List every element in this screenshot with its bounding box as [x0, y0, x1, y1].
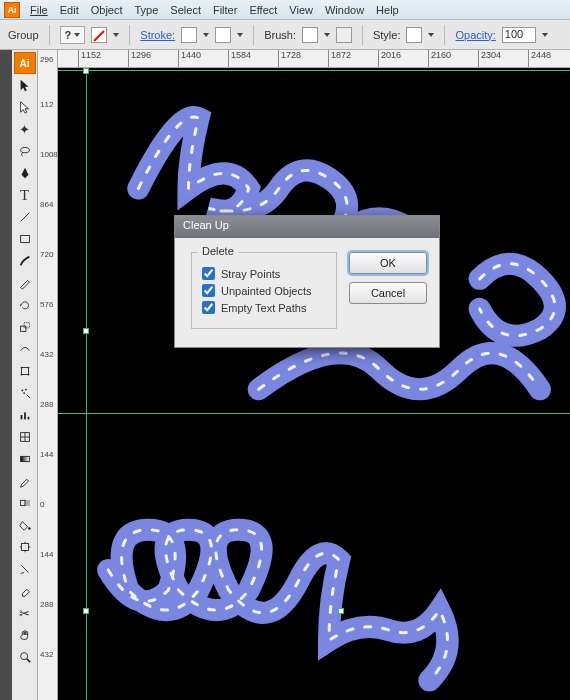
scissors-tool[interactable]: ✂: [14, 602, 36, 624]
option-unpainted-objects[interactable]: Unpainted Objects: [202, 284, 326, 297]
selection-handle[interactable]: [83, 68, 89, 74]
svg-line-1: [20, 213, 29, 222]
eraser-tool[interactable]: [14, 580, 36, 602]
type-tool[interactable]: T: [14, 184, 36, 206]
direct-selection-tool[interactable]: [14, 96, 36, 118]
svg-point-0: [20, 148, 29, 153]
column-graph-tool[interactable]: [14, 404, 36, 426]
opacity-input[interactable]: 100: [502, 27, 536, 43]
checkbox-unpainted-objects[interactable]: [202, 284, 215, 297]
mesh-tool[interactable]: [14, 426, 36, 448]
canvas-area: 1152 1296 1440 1584 1728 1872 2016 2160 …: [58, 50, 570, 700]
blend-tool[interactable]: [14, 492, 36, 514]
style-label: Style:: [373, 29, 401, 41]
brush-swatch[interactable]: [302, 27, 318, 43]
warp-tool[interactable]: [14, 338, 36, 360]
menu-window[interactable]: Window: [325, 4, 364, 16]
selection-edge-mid: [58, 413, 570, 414]
paintbrush-tool[interactable]: [14, 250, 36, 272]
pencil-tool[interactable]: [14, 272, 36, 294]
selection-tool[interactable]: [14, 74, 36, 96]
selection-handle[interactable]: [338, 608, 344, 614]
zoom-tool[interactable]: [14, 646, 36, 668]
control-bar: Group ? Stroke: Brush: Style: Opacity: 1…: [0, 20, 570, 50]
svg-rect-13: [20, 415, 22, 419]
panel-dock-strip[interactable]: [0, 50, 12, 700]
cleanup-dialog: Clean Up Delete Stray Points Unpainted O…: [174, 215, 440, 348]
svg-rect-4: [24, 323, 29, 328]
hand-tool[interactable]: [14, 624, 36, 646]
pen-tool[interactable]: [14, 162, 36, 184]
svg-point-12: [23, 392, 25, 394]
dialog-title: Clean Up: [175, 216, 439, 238]
eyedropper-tool[interactable]: [14, 470, 36, 492]
opacity-label: Opacity:: [455, 29, 495, 41]
gradient-tool[interactable]: [14, 448, 36, 470]
svg-point-8: [20, 374, 22, 376]
scale-tool[interactable]: [14, 316, 36, 338]
brush-options-icon[interactable]: [336, 27, 352, 43]
fill-none-icon[interactable]: [91, 27, 107, 43]
selection-handle[interactable]: [83, 328, 89, 334]
svg-point-22: [28, 527, 31, 530]
selection-label: Group: [8, 29, 39, 41]
menu-edit[interactable]: Edit: [60, 4, 79, 16]
svg-rect-14: [24, 412, 26, 419]
delete-group: Delete Stray Points Unpainted Objects Em…: [191, 252, 337, 329]
stroke-label: Stroke:: [140, 29, 175, 41]
cancel-button[interactable]: Cancel: [349, 282, 427, 304]
svg-rect-23: [21, 544, 28, 551]
option-empty-text-paths[interactable]: Empty Text Paths: [202, 301, 326, 314]
svg-line-25: [26, 659, 30, 663]
style-swatch[interactable]: [406, 27, 422, 43]
canvas[interactable]: [58, 68, 570, 700]
horizontal-ruler: 1152 1296 1440 1584 1728 1872 2016 2160 …: [58, 50, 570, 68]
svg-rect-15: [27, 417, 29, 420]
app-badge: Ai: [14, 52, 36, 74]
menu-type[interactable]: Type: [135, 4, 159, 16]
free-transform-tool[interactable]: [14, 360, 36, 382]
selection-edge-left: [86, 68, 87, 700]
vertical-ruler: 296 112 1008 864 720 576 432 288 144 0 1…: [38, 50, 58, 700]
menu-file[interactable]: File: [30, 4, 48, 16]
menu-help[interactable]: Help: [376, 4, 399, 16]
group-legend: Delete: [198, 245, 238, 257]
svg-point-6: [20, 367, 22, 369]
svg-point-11: [25, 389, 27, 391]
svg-point-24: [20, 653, 27, 660]
live-paint-selection-tool[interactable]: [14, 536, 36, 558]
selection-handle[interactable]: [83, 608, 89, 614]
menu-object[interactable]: Object: [91, 4, 123, 16]
menu-effect[interactable]: Effect: [249, 4, 277, 16]
ok-button[interactable]: OK: [349, 252, 427, 274]
workspace: Ai ✦ T ✂ 296 112 1008 864 720 576: [0, 50, 570, 700]
checkbox-stray-points[interactable]: [202, 267, 215, 280]
help-dropdown[interactable]: ?: [60, 26, 86, 44]
fill-dropdown-icon[interactable]: [113, 33, 119, 37]
magic-wand-tool[interactable]: ✦: [14, 118, 36, 140]
selection-edge-top: [58, 70, 570, 71]
menu-view[interactable]: View: [289, 4, 313, 16]
live-paint-bucket-tool[interactable]: [14, 514, 36, 536]
option-stray-points[interactable]: Stray Points: [202, 267, 326, 280]
svg-rect-5: [21, 368, 28, 375]
opacity-dropdown-icon[interactable]: [542, 33, 548, 37]
symbol-sprayer-tool[interactable]: [14, 382, 36, 404]
lasso-tool[interactable]: [14, 140, 36, 162]
stroke-weight[interactable]: [215, 27, 231, 43]
svg-point-7: [27, 367, 29, 369]
stroke-swatch[interactable]: [181, 27, 197, 43]
svg-rect-3: [20, 326, 25, 331]
tool-panel: Ai ✦ T ✂: [12, 50, 38, 700]
checkbox-empty-text-paths[interactable]: [202, 301, 215, 314]
menu-select[interactable]: Select: [170, 4, 201, 16]
menubar: Ai File Edit Object Type Select Filter E…: [0, 0, 570, 20]
svg-point-9: [27, 374, 29, 376]
svg-rect-19: [20, 456, 29, 461]
rotate-tool[interactable]: [14, 294, 36, 316]
menu-filter[interactable]: Filter: [213, 4, 237, 16]
slice-tool[interactable]: [14, 558, 36, 580]
line-tool[interactable]: [14, 206, 36, 228]
rectangle-tool[interactable]: [14, 228, 36, 250]
svg-rect-20: [20, 500, 24, 505]
